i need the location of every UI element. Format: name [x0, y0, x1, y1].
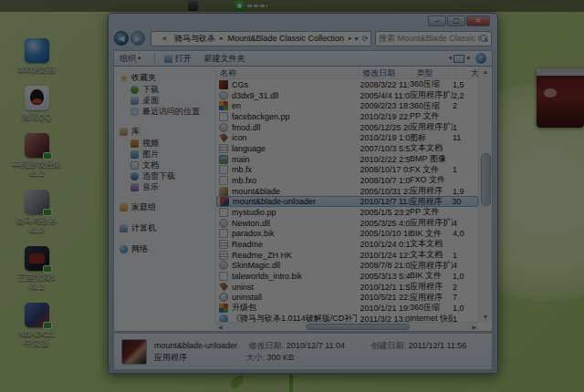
video-icon — [130, 139, 139, 148]
file-date: 2009/2/23 18:51 — [357, 101, 411, 110]
desktop-icon-column: 360浏览器腾讯QQ单机游戏合集v1.2骑马与砍杀v1.2三国无双5v1.2NB… — [7, 38, 66, 359]
file-row[interactable]: Readme2010/1/24 0:17文本文档 — [216, 239, 478, 250]
file-row[interactable]: uninstall2010/5/21 22:32应用程序7 — [216, 292, 478, 303]
breadcrumb-current[interactable]: Mount&Blade Classic Collection — [224, 34, 349, 43]
scroll-left-icon[interactable]: ◀ — [218, 324, 223, 330]
column-type[interactable]: 类型 — [413, 67, 457, 78]
scroll-up-icon[interactable]: ▲ — [481, 67, 490, 76]
search-icon[interactable] — [480, 35, 488, 43]
breadcrumb-overflow[interactable]: « — [159, 34, 171, 43]
nav-item-down[interactable]: 下载 — [120, 84, 215, 95]
file-row[interactable]: mystudio.pp2005/1/5 23:22PP 文件 — [216, 207, 478, 218]
file-type-icon — [219, 91, 228, 100]
file-row[interactable]: CGs2008/3/22 11:45360压缩1,5 — [216, 79, 478, 90]
file-row[interactable]: facebackgen.pp2010/2/19 22:04PP 文件 — [216, 111, 478, 122]
file-name: en — [232, 101, 241, 110]
nav-label: 网络 — [131, 243, 148, 255]
desktop-icon[interactable]: 骑马与砍杀v1.2 — [7, 190, 66, 234]
scroll-down-icon[interactable]: ▼ — [481, 313, 490, 321]
file-row[interactable]: Readme_ZH HK2010/1/24 12:11文本文档1 — [216, 250, 478, 261]
file-row[interactable]: mount&blade-unloader2010/12/7 11:04应用程序3… — [216, 196, 478, 207]
file-name: SkinMagic.dll — [232, 261, 280, 270]
file-row[interactable]: main2010/2/22 2:56BMP 图像 — [216, 154, 478, 165]
file-row[interactable]: taleworlds_intro.bik2005/3/13 5:45BIK 文件… — [216, 271, 478, 282]
file-type-icon — [219, 229, 228, 238]
forward-button[interactable]: ▶ — [130, 31, 145, 46]
address-bar[interactable]: « 骑马与砍杀 ▸ Mount&Blade Classic Collection… — [151, 31, 371, 46]
views-icon[interactable] — [454, 55, 464, 63]
scroll-right-icon[interactable]: ▶ — [472, 324, 476, 330]
file-row[interactable]: SkinMagic.dll2008/7/8 21:09应用程序扩展4 — [216, 260, 478, 271]
game1-icon — [25, 133, 49, 158]
file-row[interactable]: Newton.dll2005/3/25 4:02应用程序扩展4 — [216, 218, 478, 229]
recent-icon — [130, 108, 139, 116]
file-row[interactable]: icon2010/2/19 1:04图标11 — [216, 132, 478, 143]
horizontal-scrollbar[interactable]: ◀ ▶ — [216, 322, 478, 331]
file-row[interactable]: paradox.bik2005/10/10 18:43BIK 文件4,0 — [216, 228, 478, 239]
vertical-scroll-thumb[interactable] — [481, 153, 491, 206]
file-date: 2010/1/21 19:04 — [357, 304, 411, 313]
nav-item-doc[interactable]: 文档 — [120, 160, 215, 170]
search-input[interactable]: 搜索 Mount&Blade Classic Colle... — [375, 31, 492, 46]
file-row[interactable]: fmod.dll2005/12/25 20:44应用程序扩展1 — [216, 122, 478, 133]
new-folder-button[interactable]: 新建文件夹 — [204, 53, 245, 65]
nav-item-star[interactable]: 收藏夹 — [120, 72, 215, 84]
screenshot-tool-icon[interactable] — [188, 1, 198, 11]
file-row[interactable]: en2009/2/23 18:51360压缩2 — [216, 100, 478, 111]
desktop-icon-label: 三国无双5v1.2 — [7, 273, 66, 291]
minimize-button[interactable]: – — [428, 15, 446, 26]
breadcrumb-parent[interactable]: 骑马与砍杀 — [171, 33, 219, 45]
desktop-icon[interactable]: 单机游戏合集v1.2 — [7, 133, 66, 178]
horizontal-scroll-thumb[interactable] — [306, 324, 411, 330]
file-row[interactable]: mb.fxo2008/10/7 1:05FXO 文件 — [216, 175, 478, 186]
file-name: mystudio.pp — [232, 208, 276, 217]
nav-item-home[interactable]: 家庭组 — [120, 201, 215, 213]
file-name: mount&blade-unloader — [233, 197, 316, 206]
desktop-icon[interactable]: 腾讯QQ — [7, 86, 66, 121]
nav-item-music[interactable]: 音乐 — [120, 181, 215, 192]
file-name: fmod.dll — [232, 123, 261, 132]
nav-item-pic[interactable]: 图片 — [120, 149, 215, 160]
nav-item-thunder[interactable]: 迅雷下载 — [120, 170, 215, 181]
nav-item-network[interactable]: 网络 — [120, 243, 215, 255]
close-button[interactable]: ✕ — [466, 15, 490, 26]
desktop-icon[interactable]: 360浏览器 — [7, 38, 66, 74]
partial-side-window[interactable] — [537, 68, 584, 128]
file-date: 2010/12/1 1:50 — [357, 283, 411, 292]
column-name[interactable]: 名称 — [216, 67, 359, 78]
nav-item-desk[interactable]: 桌面 — [120, 95, 215, 106]
desktop-icon-label: 单机游戏合集v1.2 — [7, 160, 66, 178]
column-date[interactable]: 修改日期 — [359, 67, 412, 78]
file-row[interactable]: 升级包2010/1/21 19:04360压缩1,0 — [216, 303, 478, 314]
file-name: mb.fx — [232, 165, 252, 174]
nav-item-video[interactable]: 视频 — [120, 138, 215, 149]
file-row[interactable]: 《骑马与砍杀1.0114破解版/CD补丁 V2.5》2011/3/2 13:03… — [216, 314, 478, 322]
vertical-scrollbar[interactable]: ▲ ▼ — [478, 67, 492, 322]
views-caret[interactable]: ▾ — [466, 55, 470, 62]
organize-button[interactable]: 组织 ▾ — [120, 53, 141, 65]
game2-icon — [25, 190, 49, 214]
refresh-icon[interactable]: ⟳ — [360, 35, 370, 43]
nav-item-computer[interactable]: 计算机 — [120, 222, 215, 234]
help-icon[interactable]: ? — [475, 53, 486, 64]
address-dropdown-icon[interactable]: ▾ — [353, 35, 360, 43]
command-toolbar: 组织 ▾ 打开 新建文件夹 ▾ ▾ ? — [113, 50, 493, 67]
file-row[interactable]: mb.fx2008/10/17 0:27FX 文件1 — [216, 164, 478, 175]
open-button[interactable]: 打开 — [164, 53, 192, 65]
views-caret-left[interactable]: ▾ — [449, 55, 453, 62]
file-date: 2010/12/7 11:04 — [356, 197, 409, 206]
file-row[interactable]: language2007/10/3 5:55文本文档 — [216, 143, 478, 154]
file-name: Newton.dll — [232, 219, 270, 228]
nav-item-lib[interactable]: 库 — [120, 126, 215, 138]
maximize-button[interactable]: ▢ — [447, 15, 465, 26]
file-type-icon — [219, 293, 228, 302]
desktop-icon[interactable]: 三国无双5v1.2 — [7, 246, 66, 291]
desk-icon — [130, 97, 139, 105]
file-row[interactable]: uninst2010/12/1 1:50应用程序2 — [216, 282, 478, 293]
back-button[interactable]: ◀ — [114, 31, 129, 46]
desktop-icon[interactable]: NBA2K11中文版 — [7, 303, 66, 347]
file-row[interactable]: d3dx9_31.dll2005/4/4 11:05应用程序扩展2,2 — [216, 90, 478, 101]
file-row[interactable]: mount&blade2005/10/31 23:40应用程序1,9 — [216, 186, 478, 197]
recorder-tool-icon[interactable] — [235, 1, 245, 11]
nav-item-recent[interactable]: 最近访问的位置 — [120, 106, 215, 117]
